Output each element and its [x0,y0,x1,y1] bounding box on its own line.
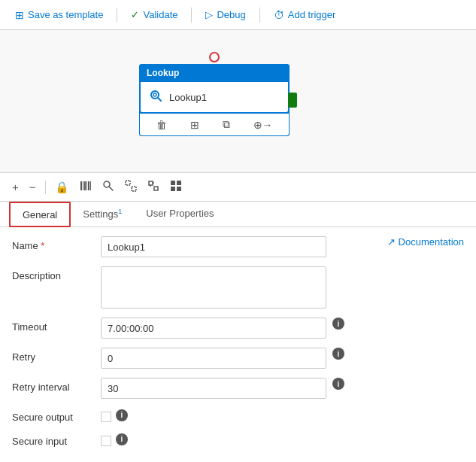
retry-interval-row: Retry interval i [12,378,464,399]
svg-rect-19 [171,187,175,191]
debug-label: Debug [217,9,245,20]
zoom-out-button[interactable]: − [26,179,39,195]
add-trigger-button[interactable]: ⏱ Add trigger [266,6,344,24]
node-connector-top[interactable] [209,52,220,62]
save-template-icon: ⊞ [15,9,24,21]
svg-point-2 [153,93,156,96]
secure-output-checkbox[interactable] [101,412,111,422]
description-row: Description [12,266,464,309]
secure-input-controls: i [101,432,128,446]
documentation-area: ↗ Documentation [387,236,464,248]
node-navigate-button[interactable]: ⊕→ [250,117,276,132]
secure-input-info-icon[interactable]: i [116,433,128,445]
save-template-button[interactable]: ⊞ Save as template [8,6,111,24]
svg-rect-7 [88,181,89,190]
secure-input-label: Secure input [12,432,95,447]
svg-line-1 [158,98,161,101]
canvas-inner: Lookup Lookup1 🗑 ⊞ ⧉ ⊕→ [0,30,476,172]
node-delete-button[interactable]: 🗑 [153,117,170,132]
magnify-button[interactable] [99,178,117,196]
svg-rect-5 [84,181,86,190]
name-row: Name * ↗ Documentation [12,236,464,257]
retry-info-icon[interactable]: i [332,348,344,360]
node-connector-right[interactable] [288,93,297,108]
fit-button[interactable] [144,178,162,196]
validate-button[interactable]: ✓ Validate [123,6,185,23]
svg-rect-8 [90,181,91,190]
name-input[interactable] [101,236,326,257]
secure-output-controls: i [101,408,128,422]
tab-settings-label: Settings [83,208,118,220]
secure-input-row: Secure input i [12,432,464,447]
node-action-toolbar: 🗑 ⊞ ⧉ ⊕→ [139,114,290,136]
barcode-button[interactable] [77,178,95,196]
main-toolbar: ⊞ Save as template ✓ Validate ▷ Debug ⏱ … [0,0,476,30]
secure-output-row: Secure output i [12,408,464,423]
validate-icon: ✓ [131,9,139,20]
svg-rect-13 [149,181,153,185]
svg-rect-18 [177,181,181,185]
lookup-icon [148,88,163,106]
timeout-label: Timeout [12,318,95,333]
add-trigger-label: Add trigger [288,9,336,20]
name-label: Name * [12,236,95,251]
canvas-area[interactable]: Lookup Lookup1 🗑 ⊞ ⧉ ⊕→ [0,30,476,173]
debug-icon: ▷ [205,9,213,20]
svg-rect-14 [154,187,158,190]
secure-input-checkbox[interactable] [101,436,111,446]
description-label: Description [12,266,95,281]
tab-settings[interactable]: Settings1 [71,202,134,227]
retry-interval-label: Retry interval [12,378,95,393]
retry-label: Retry [12,348,95,363]
secure-output-label: Secure output [12,408,95,423]
node-header: Lookup [139,64,290,82]
svg-rect-20 [177,187,181,191]
debug-button[interactable]: ▷ Debug [198,6,253,23]
mini-toolbar: + − 🔒 [0,173,476,202]
svg-rect-12 [132,187,136,191]
svg-rect-6 [86,181,87,190]
svg-rect-3 [80,181,82,190]
lookup-node[interactable]: Lookup Lookup1 🗑 ⊞ ⧉ ⊕→ [139,64,290,136]
name-required: * [41,240,44,251]
node-settings-button[interactable]: ⊞ [187,117,202,132]
documentation-label: Documentation [399,236,464,248]
form-area: Name * ↗ Documentation Description Timeo… [0,227,476,462]
description-input[interactable] [101,266,326,309]
retry-row: Retry i [12,348,464,369]
tab-user-properties[interactable]: User Properties [134,202,226,227]
grid-button[interactable] [167,178,185,196]
properties-panel: General Settings1 User Properties Name *… [0,202,476,462]
tab-settings-badge: 1 [118,208,122,215]
tab-user-properties-label: User Properties [146,208,214,219]
secure-output-info-icon[interactable]: i [116,409,128,421]
svg-rect-17 [171,181,175,185]
svg-point-9 [104,181,110,187]
svg-line-10 [109,187,113,191]
external-link-icon: ↗ [387,236,396,248]
lock-button[interactable]: 🔒 [52,179,72,196]
timeout-input[interactable] [101,318,326,339]
retry-interval-input[interactable] [101,378,326,399]
select-button[interactable] [122,178,140,196]
toolbar-divider-1 [117,8,117,23]
add-trigger-icon: ⏱ [274,9,284,21]
node-copy-button[interactable]: ⧉ [220,117,233,132]
tab-general-label: General [23,209,57,220]
node-title: Lookup1 [169,92,207,103]
save-template-label: Save as template [28,9,103,20]
documentation-link[interactable]: Documentation [399,236,464,248]
toolbar-divider-2 [191,8,192,23]
node-header-label: Lookup [147,68,179,78]
toolbar-divider-3 [259,8,260,23]
node-body: Lookup1 [139,82,290,114]
retry-input[interactable] [101,348,326,369]
tab-general[interactable]: General [9,202,71,227]
tabs-bar: General Settings1 User Properties [0,202,476,227]
retry-interval-info-icon[interactable]: i [332,378,344,390]
svg-rect-11 [126,181,130,185]
timeout-row: Timeout i [12,318,464,339]
zoom-in-button[interactable]: + [9,179,22,195]
timeout-info-icon[interactable]: i [332,318,344,330]
svg-rect-4 [83,181,83,190]
